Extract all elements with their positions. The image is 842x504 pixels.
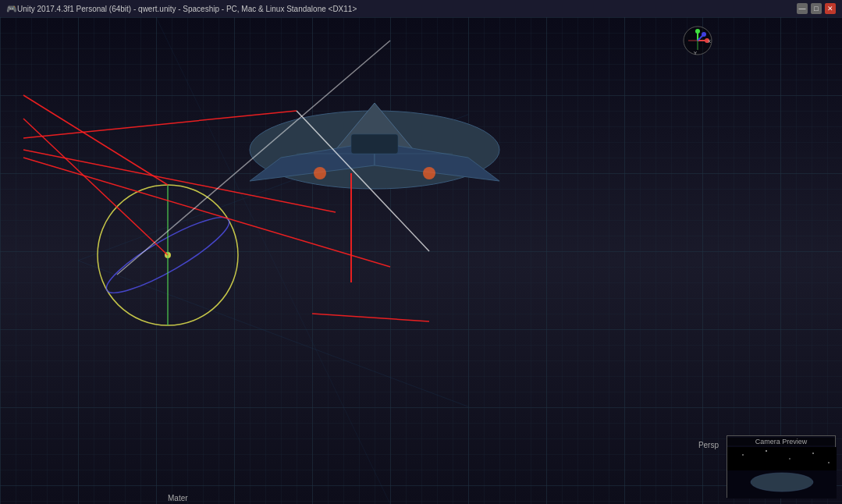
svg-point-34 [702, 32, 706, 37]
svg-rect-12 [351, 134, 398, 154]
titlebar: 🎮 Unity 2017.4.3f1 Personal (64bit) - qw… [0, 0, 842, 17]
persp-label: Persp [698, 441, 719, 449]
svg-point-42 [812, 453, 814, 454]
asset-status-bar: Mater [168, 494, 188, 502]
svg-point-39 [742, 454, 744, 456]
close-button[interactable]: ✕ [825, 3, 836, 14]
maximize-button[interactable]: □ [811, 3, 822, 14]
svg-point-41 [789, 458, 790, 460]
main-layout: Hierarchy Create ▼ qwert ▶ SpaceFighter … [0, 56, 842, 504]
status-mater: Mater [168, 494, 188, 502]
camera-preview-label: Camera Preview [727, 438, 835, 445]
svg-point-10 [423, 167, 435, 179]
compass-gizmo: Y X [682, 25, 713, 56]
svg-rect-38 [727, 447, 837, 470]
svg-point-33 [695, 29, 700, 34]
camera-preview: Camera Preview [727, 435, 836, 498]
svg-point-40 [766, 450, 767, 452]
scene-grid [0, 17, 842, 504]
unity-icon: 🎮 [6, 4, 17, 14]
svg-text:Y: Y [694, 51, 697, 55]
svg-text:X: X [708, 39, 711, 44]
svg-rect-1 [0, 17, 842, 504]
scene-canvas: Y X Persp Camera Preview [0, 17, 842, 504]
svg-point-43 [828, 462, 830, 463]
center-panel: Scene Game Asset Store Shaded 2D 💡 🔊 ✨ ≡… [164, 56, 674, 504]
minimize-button[interactable]: — [797, 3, 808, 14]
svg-point-44 [751, 473, 813, 492]
svg-point-9 [314, 167, 326, 179]
window-title: Unity 2017.4.3f1 Personal (64bit) - qwer… [17, 5, 357, 13]
